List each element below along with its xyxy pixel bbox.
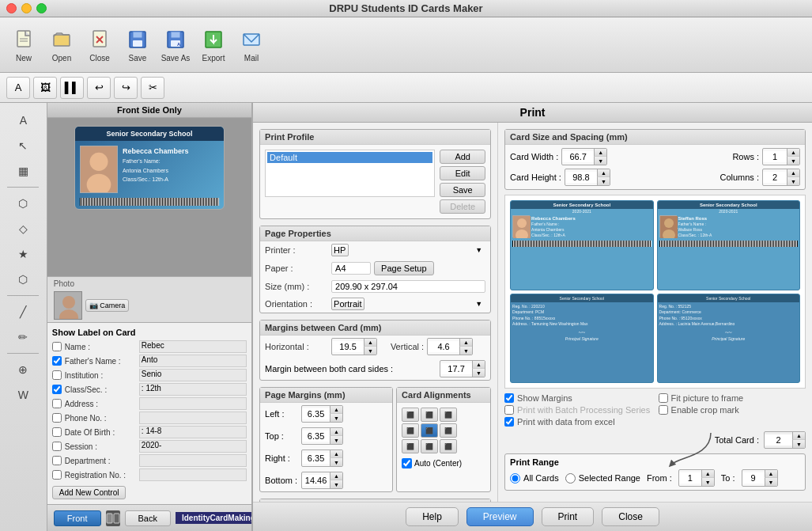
margin-both-down[interactable]: ▼ <box>472 369 485 377</box>
rows-down[interactable]: ▼ <box>787 157 799 165</box>
redo-button[interactable]: ↪ <box>114 77 138 99</box>
to-down[interactable]: ▼ <box>765 478 777 486</box>
align-bl[interactable]: ⬛ <box>402 439 419 453</box>
print-excel-checkbox[interactable] <box>504 417 514 427</box>
to-stepper[interactable]: ▲▼ <box>742 469 778 487</box>
batch-processing-checkbox[interactable] <box>504 405 514 415</box>
print-button[interactable]: Print <box>542 507 595 526</box>
zoom-tool[interactable]: ⊕ <box>9 358 37 381</box>
margin-both-up[interactable]: ▲ <box>472 361 485 369</box>
card-width-input[interactable] <box>562 151 594 162</box>
margin-both-stepper[interactable]: ▲ ▼ <box>440 360 485 377</box>
rows-stepper[interactable]: ▲▼ <box>762 148 800 165</box>
label-checkbox-5[interactable] <box>52 413 62 423</box>
horizontal-stepper[interactable]: ▲ ▼ <box>331 338 377 355</box>
text-field-tool[interactable]: W <box>9 384 37 406</box>
total-card-stepper[interactable]: ▲▼ <box>764 431 806 449</box>
crop-tool[interactable]: ⬡ <box>9 192 37 214</box>
selected-range-radio[interactable] <box>565 473 576 484</box>
align-mc[interactable]: ⬛ <box>421 423 438 438</box>
height-down[interactable]: ▼ <box>597 177 610 185</box>
right-margin-stepper[interactable]: ▲▼ <box>301 449 343 467</box>
vertical-input[interactable] <box>428 341 459 352</box>
select-tool[interactable]: A <box>9 109 37 131</box>
mail-button[interactable]: Mail <box>234 25 269 64</box>
image-tool[interactable]: ▦ <box>9 160 37 182</box>
right-margin-input[interactable] <box>302 453 330 464</box>
card-width-stepper[interactable]: ▲▼ <box>561 148 607 165</box>
columns-down[interactable]: ▼ <box>787 177 799 185</box>
rows-input[interactable] <box>763 151 787 162</box>
left-margin-stepper[interactable]: ▲▼ <box>301 405 343 423</box>
export-button[interactable]: Export <box>196 25 231 64</box>
card-height-input[interactable] <box>565 172 597 183</box>
delete-profile-button[interactable]: Delete <box>440 199 485 214</box>
line-tool[interactable]: ╱ <box>9 301 37 323</box>
columns-up[interactable]: ▲ <box>787 169 799 177</box>
save-button[interactable]: Save <box>120 25 155 64</box>
left-up[interactable]: ▲ <box>330 406 342 414</box>
fit-picture-checkbox[interactable] <box>659 393 668 403</box>
open-button[interactable]: Open <box>44 25 79 64</box>
label-checkbox-0[interactable] <box>52 342 62 351</box>
left-margin-input[interactable] <box>302 408 330 419</box>
add-profile-button[interactable]: Add <box>440 150 485 164</box>
to-up[interactable]: ▲ <box>765 470 777 478</box>
save-profile-button[interactable]: Save <box>440 183 485 197</box>
close-dialog-button[interactable]: Close <box>602 507 659 526</box>
edit-profile-button[interactable]: Edit <box>440 166 485 180</box>
label-checkbox-2[interactable] <box>52 370 62 380</box>
card-height-stepper[interactable]: ▲▼ <box>565 169 610 186</box>
undo-button[interactable]: ↩ <box>87 77 111 99</box>
minimize-window-button[interactable] <box>21 3 32 13</box>
profile-list[interactable]: Default <box>265 150 435 197</box>
from-down[interactable]: ▼ <box>701 478 714 486</box>
top-up[interactable]: ▲ <box>330 428 342 436</box>
label-checkbox-9[interactable] <box>52 470 62 480</box>
pointer-tool[interactable]: ↖ <box>9 135 37 157</box>
front-tab[interactable]: Front <box>54 510 101 526</box>
new-button[interactable]: New <box>6 25 41 64</box>
save-as-button[interactable]: A Save As <box>158 25 193 64</box>
barcode-tool-button[interactable]: ▌▌ <box>60 77 84 99</box>
image-tool-button[interactable]: 🖼 <box>33 77 57 99</box>
polygon-tool[interactable]: ⬡ <box>9 268 37 290</box>
horizontal-up[interactable]: ▲ <box>364 339 376 347</box>
columns-input[interactable] <box>763 172 787 183</box>
label-checkbox-4[interactable] <box>52 399 62 408</box>
preview-button[interactable]: Preview <box>466 507 534 526</box>
cut-button[interactable]: ✂ <box>141 77 164 99</box>
label-checkbox-7[interactable] <box>52 442 62 451</box>
total-card-input[interactable] <box>765 434 792 446</box>
label-checkbox-8[interactable] <box>52 456 62 465</box>
align-tl[interactable]: ⬛ <box>402 408 419 422</box>
align-bc[interactable]: ⬛ <box>421 439 438 453</box>
align-mr[interactable]: ⬛ <box>440 423 457 438</box>
to-input[interactable] <box>742 472 765 484</box>
auto-center-checkbox[interactable] <box>402 458 412 468</box>
width-up[interactable]: ▲ <box>594 149 606 157</box>
align-tc[interactable]: ⬛ <box>421 408 438 422</box>
star-tool[interactable]: ★ <box>9 243 37 265</box>
vertical-stepper[interactable]: ▲ ▼ <box>427 338 473 355</box>
right-up[interactable]: ▲ <box>330 450 342 458</box>
add-control-button[interactable]: Add New Control <box>52 486 127 499</box>
total-up[interactable]: ▲ <box>792 432 805 440</box>
printer-select[interactable]: HP <box>331 244 349 256</box>
label-checkbox-6[interactable] <box>52 427 62 437</box>
columns-stepper[interactable]: ▲▼ <box>762 169 800 186</box>
rows-up[interactable]: ▲ <box>787 149 799 157</box>
text-tool-button[interactable]: A <box>6 77 30 99</box>
maximize-window-button[interactable] <box>36 3 47 13</box>
total-down[interactable]: ▼ <box>792 440 805 448</box>
margin-both-input[interactable] <box>440 363 472 374</box>
top-down[interactable]: ▼ <box>330 436 342 444</box>
align-tr[interactable]: ⬛ <box>440 408 457 422</box>
profile-item-default[interactable]: Default <box>267 152 432 163</box>
vertical-down[interactable]: ▼ <box>459 347 472 355</box>
enable-crop-checkbox[interactable] <box>659 405 668 415</box>
camera-button[interactable]: 📷 Camera <box>85 299 130 312</box>
help-button[interactable]: Help <box>406 507 459 526</box>
left-down[interactable]: ▼ <box>330 414 342 422</box>
width-down[interactable]: ▼ <box>594 157 606 165</box>
